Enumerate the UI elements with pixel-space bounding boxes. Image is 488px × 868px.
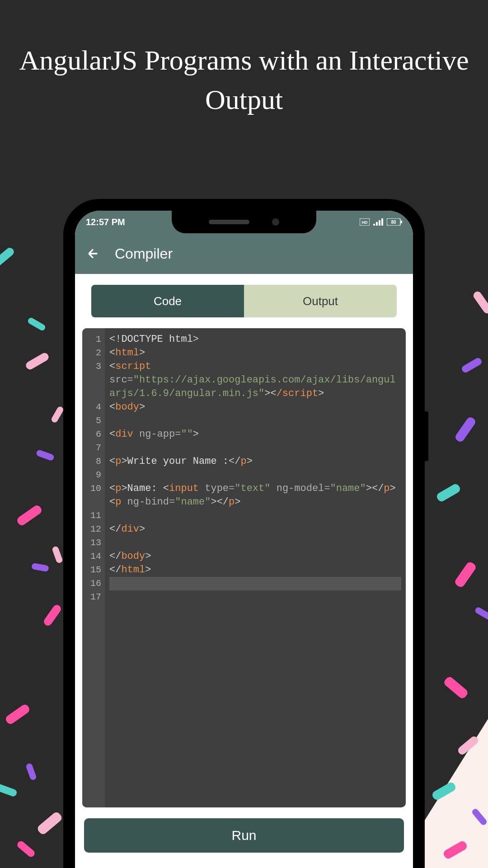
sprinkle bbox=[0, 246, 15, 268]
svg-text:HD: HD bbox=[362, 220, 368, 225]
sprinkle bbox=[0, 783, 18, 797]
code-line[interactable]: <p ng-bind="name"></p> bbox=[109, 495, 401, 509]
code-editor[interactable]: 1234567891011121314151617 <!DOCTYPE html… bbox=[82, 328, 406, 807]
status-time: 12:57 PM bbox=[86, 217, 125, 227]
page-heading: AngularJS Programs with an Interactive O… bbox=[0, 41, 488, 119]
code-line[interactable]: </body> bbox=[109, 550, 401, 563]
code-line[interactable]: <div ng-app=""> bbox=[109, 428, 401, 441]
code-line[interactable]: <body> bbox=[109, 401, 401, 414]
code-line[interactable]: <p>Write your Name :</p> bbox=[109, 455, 401, 468]
sprinkle bbox=[52, 546, 63, 564]
svg-rect-3 bbox=[376, 222, 378, 226]
svg-rect-2 bbox=[373, 224, 375, 226]
svg-text:80: 80 bbox=[391, 220, 396, 225]
signal-icon bbox=[373, 218, 383, 226]
code-area[interactable]: <!DOCTYPE html><html><scriptsrc="https:/… bbox=[105, 328, 406, 807]
app-header: Compiler bbox=[75, 233, 413, 274]
sprinkle bbox=[42, 604, 63, 627]
phone-notch bbox=[172, 211, 316, 233]
sprinkle bbox=[472, 290, 488, 315]
svg-rect-5 bbox=[381, 218, 383, 226]
phone-frame: 12:57 PM HD 80 Compiler Code Output 1234… bbox=[63, 199, 425, 868]
code-line[interactable]: <scriptsrc="https://ajax.googleapis.com/… bbox=[109, 360, 401, 401]
code-line[interactable]: </div> bbox=[109, 523, 401, 536]
sprinkle bbox=[50, 406, 64, 424]
svg-rect-7 bbox=[401, 221, 402, 223]
sprinkle bbox=[474, 606, 488, 621]
svg-rect-4 bbox=[379, 220, 380, 226]
tabs-container: Code Output bbox=[75, 274, 413, 328]
run-button[interactable]: Run bbox=[84, 818, 404, 853]
sprinkle bbox=[16, 840, 36, 858]
sprinkle bbox=[16, 504, 43, 527]
sprinkle bbox=[443, 675, 469, 700]
code-line[interactable]: <p>Name: <input type="text" ng-model="na… bbox=[109, 482, 401, 495]
sprinkle bbox=[36, 811, 63, 835]
line-gutter: 1234567891011121314151617 bbox=[82, 328, 105, 807]
phone-side-button bbox=[424, 411, 428, 461]
back-arrow-icon[interactable] bbox=[86, 246, 100, 261]
sprinkle bbox=[25, 763, 37, 781]
sprinkle bbox=[27, 316, 46, 331]
code-line[interactable] bbox=[109, 414, 401, 428]
sprinkle bbox=[5, 703, 31, 726]
sprinkle bbox=[31, 563, 49, 572]
battery-icon: 80 bbox=[387, 218, 402, 226]
code-line[interactable] bbox=[109, 468, 401, 482]
sprinkle bbox=[454, 561, 477, 589]
sprinkle bbox=[24, 351, 50, 371]
code-line[interactable]: <html> bbox=[109, 346, 401, 360]
code-line[interactable] bbox=[109, 577, 401, 590]
sprinkle bbox=[454, 416, 477, 443]
app-title: Compiler bbox=[115, 245, 173, 262]
code-line[interactable] bbox=[109, 509, 401, 523]
volte-icon: HD bbox=[360, 218, 370, 226]
sprinkle bbox=[436, 483, 462, 503]
tab-output[interactable]: Output bbox=[244, 285, 397, 317]
tab-code[interactable]: Code bbox=[91, 285, 244, 317]
code-line[interactable] bbox=[109, 536, 401, 550]
code-line[interactable] bbox=[109, 441, 401, 455]
code-line[interactable]: <!DOCTYPE html> bbox=[109, 333, 401, 346]
code-line[interactable]: </html> bbox=[109, 563, 401, 577]
sprinkle bbox=[36, 449, 55, 462]
sprinkle bbox=[460, 357, 483, 374]
